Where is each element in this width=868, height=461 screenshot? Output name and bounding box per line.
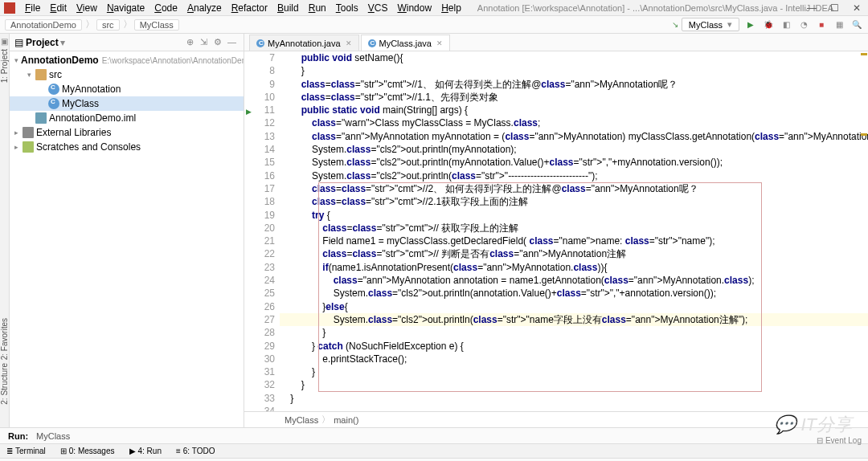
menu-analyze[interactable]: Analyze <box>184 2 225 14</box>
status-bar: ✔ Build completed successfully in 2 s 46… <box>0 458 868 461</box>
menu-view[interactable]: View <box>73 2 100 14</box>
project-tool-button[interactable]: 1: Project <box>0 49 9 83</box>
editor-breadcrumbs[interactable]: MyClass〉main() <box>244 411 868 427</box>
locate-icon[interactable]: ⊕ <box>186 37 198 48</box>
favorites-tool-button[interactable]: 2: Favorites <box>0 318 9 360</box>
breadcrumb[interactable]: MyClass <box>134 19 179 31</box>
bottom-tool[interactable]: ≣Terminal <box>3 447 49 455</box>
code-body[interactable]: public void setName(){ } class=class="st… <box>280 51 868 411</box>
tree-node[interactable]: ▸Scratches and Consoles <box>10 140 244 154</box>
menu-edit[interactable]: Edit <box>47 2 70 14</box>
menu-run[interactable]: Run <box>305 2 330 14</box>
menu-file[interactable]: File <box>22 2 43 14</box>
bottom-tool[interactable]: ⊞0: Messages <box>57 447 118 455</box>
editor-area: MyAnnotation.java✕MyClass.java✕ 78910▶11… <box>244 34 868 427</box>
window-title: Annotation [E:\workspace\Annotation] - .… <box>477 3 833 13</box>
stop-icon[interactable]: ■ <box>815 18 828 31</box>
event-log-button[interactable]: ⊟ Event Log <box>817 436 862 445</box>
editor-tab[interactable]: MyClass.java✕ <box>361 35 450 51</box>
close-button[interactable]: ✕ <box>845 0 868 16</box>
project-tree[interactable]: ▾AnnotationDemoE:\workspace\Annotation\A… <box>10 51 244 427</box>
breadcrumb[interactable]: AnnotationDemo <box>5 19 82 31</box>
project-panel: ▤ Project ▾ ⊕ ⇲ ⚙ — ▾AnnotationDemoE:\wo… <box>10 34 244 427</box>
run-label: Run: <box>0 431 36 441</box>
close-tab-icon[interactable]: ✕ <box>346 39 352 47</box>
tree-node[interactable]: AnnotationDemo.iml <box>10 111 244 125</box>
left-tool-rail: ▣ 1: Project 2: Favorites 2: Structure <box>0 34 10 427</box>
hide-icon[interactable]: — <box>227 37 239 48</box>
gear-icon[interactable]: ⚙ <box>214 37 225 48</box>
run-icon[interactable]: ▶ <box>744 18 757 31</box>
app-logo-icon <box>4 2 15 14</box>
project-view-selector[interactable]: ▤ Project ▾ <box>14 37 65 48</box>
tree-node[interactable]: MyAnnotation <box>10 82 244 96</box>
search-icon[interactable]: 🔍 <box>850 18 863 31</box>
tree-node[interactable]: MyClass <box>10 96 244 111</box>
gutter[interactable]: 78910▶1112131415161718192021222324252627… <box>244 51 280 411</box>
menu-navigate[interactable]: Navigate <box>104 2 148 14</box>
bottom-tool[interactable]: ▶4: Run <box>126 447 165 455</box>
menu-build[interactable]: Build <box>274 2 302 14</box>
menu-help[interactable]: Help <box>438 2 465 14</box>
bottom-tool[interactable]: ≡6: TODO <box>173 447 219 455</box>
menu-refactor[interactable]: Refactor <box>228 2 271 14</box>
run-config-selector[interactable]: MyClass▾ <box>682 18 739 31</box>
profile-icon[interactable]: ◔ <box>797 18 810 31</box>
tool-square-icon[interactable]: ▣ <box>1 37 8 46</box>
coverage-icon[interactable]: ◧ <box>780 18 792 31</box>
run-config-name: MyClass <box>36 431 70 441</box>
menubar: FileEditViewNavigateCodeAnalyzeRefactorB… <box>0 0 868 16</box>
menu-tools[interactable]: Tools <box>333 2 362 14</box>
tree-node[interactable]: ▾src <box>10 67 244 82</box>
run-tool-window-header[interactable]: Run: MyClass <box>0 427 868 443</box>
editor-tabs: MyAnnotation.java✕MyClass.java✕ <box>244 34 868 51</box>
build-icon[interactable]: ↘ <box>669 18 682 31</box>
editor-tab[interactable]: MyAnnotation.java✕ <box>249 35 359 51</box>
minimize-button[interactable]: — <box>800 0 823 16</box>
navigation-bar: AnnotationDemo 〉 src 〉 MyClass ↘ MyClass… <box>0 16 868 34</box>
menu-code[interactable]: Code <box>151 2 181 14</box>
tree-node[interactable]: ▸External Libraries <box>10 125 244 140</box>
layout-icon[interactable]: ▦ <box>833 18 845 31</box>
error-stripe[interactable] <box>860 53 868 413</box>
debug-icon[interactable]: 🐞 <box>762 18 775 31</box>
maximize-button[interactable]: ☐ <box>823 0 845 16</box>
menu-vcs[interactable]: VCS <box>365 2 391 14</box>
bottom-tool-bar: ≣Terminal⊞0: Messages▶4: Run≡6: TODO <box>0 443 868 458</box>
structure-tool-button[interactable]: 2: Structure <box>0 363 9 405</box>
menu-window[interactable]: Window <box>394 2 435 14</box>
close-tab-icon[interactable]: ✕ <box>436 39 443 47</box>
tree-node[interactable]: ▾AnnotationDemoE:\workspace\Annotation\A… <box>10 53 244 67</box>
breadcrumb[interactable]: src <box>96 19 120 31</box>
collapse-icon[interactable]: ⇲ <box>200 37 211 48</box>
